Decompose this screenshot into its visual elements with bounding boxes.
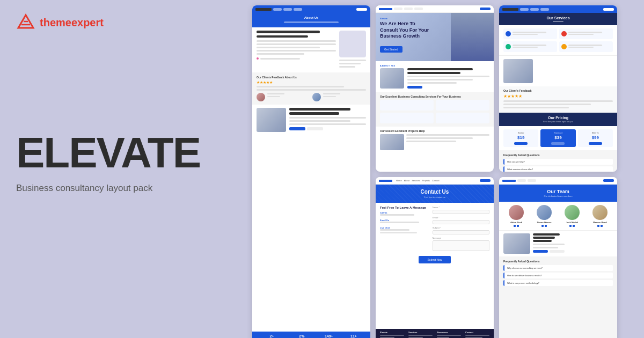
services-header: Our Services <box>499 13 617 25</box>
line <box>289 123 366 125</box>
projects-mini: Our Recent Excellent Projects Help <box>376 127 494 153</box>
price-standard: Standard $39 <box>540 129 575 147</box>
faq-3: What is our proven methodology? <box>503 280 613 286</box>
best-provider-text <box>533 233 565 254</box>
footer-contact: Contact <box>465 331 489 334</box>
email-info: Email Us <box>380 219 429 223</box>
btn <box>533 250 548 253</box>
svc-icon <box>561 44 567 49</box>
member-photo-1 <box>509 205 524 220</box>
services-underline <box>503 21 613 22</box>
mock-logo <box>255 8 272 11</box>
line <box>465 335 489 336</box>
mock-cta <box>356 8 367 11</box>
bc-text <box>407 68 489 89</box>
line <box>513 34 538 35</box>
feedback-title: Our Clients Feedback About Us <box>257 76 366 79</box>
member-2: Simon Werner <box>531 205 557 227</box>
provider-card <box>499 55 617 86</box>
stat-1: 2+ Years of experience <box>262 334 281 338</box>
about-lines <box>257 40 336 55</box>
line <box>407 79 473 80</box>
subject-field[interactable] <box>433 230 489 234</box>
svc-label <box>513 45 555 49</box>
live-line-2 <box>380 232 417 233</box>
section-label: About Us <box>380 64 489 67</box>
bc-desc <box>407 76 489 84</box>
about-title: About Us <box>257 16 366 19</box>
line <box>339 60 366 61</box>
screenshot-contact: Home About Services Projects Contact Con… <box>376 177 494 338</box>
line <box>568 32 602 33</box>
line <box>407 68 473 70</box>
line <box>323 93 340 94</box>
footer-col-services: Services <box>408 331 433 338</box>
about-text <box>257 31 336 69</box>
email-label: Email * <box>433 216 489 219</box>
social-icons <box>587 225 613 227</box>
services-grid <box>380 100 489 123</box>
mock-nav-about <box>252 5 370 13</box>
bc-btn <box>407 86 489 89</box>
line <box>568 45 602 46</box>
line <box>503 104 591 105</box>
main-title: ELEVATE <box>16 131 231 174</box>
screenshot-about-us: About Us <box>252 5 370 338</box>
stat-3: 149+ Projects done <box>323 334 335 338</box>
line <box>323 96 336 97</box>
line <box>380 335 404 336</box>
line <box>257 43 336 45</box>
nav-dot-1 <box>273 8 282 11</box>
provider-section <box>252 105 370 135</box>
provider-buttons <box>289 127 366 130</box>
feedback-lines <box>503 100 613 108</box>
footer-strip: Elevate Services Resources Contact <box>376 329 494 338</box>
line <box>503 107 569 108</box>
faq-1: Why choose our consulting services? <box>503 265 613 271</box>
nav-dot <box>528 179 536 182</box>
mock-cta <box>480 8 491 10</box>
member-photo-3 <box>565 205 580 220</box>
name-field[interactable] <box>433 210 489 214</box>
pricing-cards: Starter $19 Standard $39 Elite To $99 <box>499 126 617 150</box>
line <box>533 233 560 236</box>
member-3: Jack Michel <box>559 205 585 227</box>
line <box>437 335 461 336</box>
avatar-2 <box>312 93 321 101</box>
line <box>408 335 433 336</box>
main-title-area: ELEVATE Business consultancy layout pack <box>16 32 231 325</box>
footer-col-brand: Elevate <box>380 331 404 338</box>
email-field[interactable] <box>433 220 489 224</box>
avatar-info-2 <box>323 93 366 101</box>
social-icon <box>597 225 599 227</box>
mock-nav-contact: Home About Services Projects Contact <box>376 177 494 185</box>
social-icons <box>503 225 529 227</box>
provider-row <box>503 59 613 83</box>
provider-text <box>289 108 366 132</box>
projects-title: Our Recent Excellent Projects Help <box>380 129 489 133</box>
footer-services: Services <box>408 331 433 334</box>
service-c <box>503 41 557 52</box>
submit-btn[interactable]: Submit Now <box>419 256 451 263</box>
subject-label: Subject * <box>433 226 489 229</box>
screenshot-services: Our Services <box>499 5 617 172</box>
hero-btn: Get Started <box>380 46 402 53</box>
line <box>260 58 300 60</box>
nav-contact: Contact <box>432 179 440 182</box>
message-field[interactable] <box>433 240 489 251</box>
line <box>533 237 555 239</box>
faq-title: Frequently Asked Questions <box>503 153 613 157</box>
line <box>568 47 594 48</box>
pricing-subtitle: Find the plan that's right for you <box>503 120 613 123</box>
pricing-header: Our Pricing Find the plan that's right f… <box>499 113 617 126</box>
bc-img <box>380 68 404 89</box>
submit-area: Submit Now <box>380 256 489 263</box>
services-mini: Our Excellent Business Consulting Servic… <box>376 92 494 127</box>
svc-label <box>513 32 555 36</box>
projects-row <box>380 134 489 150</box>
contact-info: Feel Free To Leave A Message Call Us Ema… <box>380 206 429 253</box>
faq-section-team: Frequently Asked Questions Why choose ou… <box>499 256 617 338</box>
mock-cta <box>480 179 491 182</box>
services-title: Our Services <box>503 16 613 20</box>
social-icon <box>541 225 544 227</box>
